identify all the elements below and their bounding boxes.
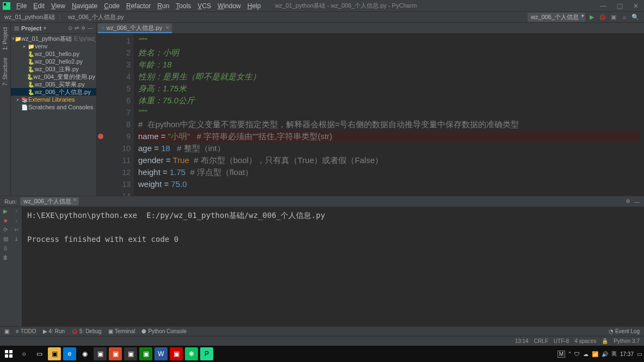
collapse-all-icon[interactable]: ⊙ [68, 25, 72, 31]
editor-area: ● wz_006_个人信息.py ✕ 123456789101112131415… [97, 23, 644, 196]
app-icon-1[interactable]: ▣ [94, 347, 107, 360]
breadcrumb-root[interactable]: wz_01_python基础 [4, 13, 55, 21]
view-mode-dropdown[interactable]: ▾ [44, 25, 46, 31]
explorer-icon[interactable]: ▣ [48, 347, 61, 360]
terminal-tab[interactable]: ▣ Terminal [108, 328, 135, 334]
stop-icon[interactable]: ■ [4, 217, 7, 223]
breadcrumb-file[interactable]: wz_006_个人信息.py [68, 13, 124, 21]
menu-window[interactable]: Window [214, 0, 244, 12]
file-encoding[interactable]: UTF-8 [554, 338, 569, 344]
tree-item[interactable]: ▾📁wz_01_python基础E:\py\wz_01_p [11, 35, 96, 42]
tray-chevron-icon[interactable]: ˄ [568, 351, 571, 357]
edge-icon[interactable]: e [63, 347, 76, 360]
stop-button[interactable]: ■ [620, 13, 629, 22]
hide-run-panel-icon[interactable]: — [634, 198, 640, 205]
menu-code[interactable]: Code [101, 0, 123, 12]
tree-item[interactable]: 🐍wz_005_买苹果.py [11, 80, 96, 88]
trash-icon[interactable]: 🗑 [3, 254, 8, 260]
editor-tab[interactable]: ● wz_006_个人信息.py ✕ [98, 23, 172, 33]
pin-icon[interactable]: ⎙ [4, 245, 7, 251]
structure-tool-tab[interactable]: 7: Structure [2, 55, 8, 88]
run-button[interactable]: ▶ [587, 13, 596, 22]
tray-network-icon[interactable]: 📶 [592, 351, 598, 357]
tray-ime-icon[interactable]: 英 [611, 350, 617, 358]
down-icon[interactable]: ↓ [15, 217, 18, 223]
scroll-end-icon[interactable]: ⤓ [14, 236, 18, 242]
tree-item[interactable]: ▸📁venv [11, 42, 96, 50]
debug-button[interactable]: 🐞 [598, 13, 607, 22]
run-with-coverage-button[interactable]: ▣ [609, 13, 618, 22]
tray-m-icon[interactable]: M [558, 351, 565, 358]
close-run-tab-icon[interactable]: ✕ [73, 197, 77, 203]
menu-vcs[interactable]: VCS [194, 0, 214, 12]
code-editor[interactable]: 123456789101112131415 """姓名：小明年龄：18性别：是男… [97, 34, 644, 196]
task-view-icon[interactable]: ▭ [33, 347, 46, 360]
close-button[interactable]: ✕ [628, 0, 644, 12]
status-icon[interactable]: ▣ [4, 328, 9, 334]
soft-wrap-icon[interactable]: ↩ [14, 227, 18, 233]
tray-notifications-icon[interactable]: ▭ [637, 351, 642, 357]
tree-item[interactable]: 🐍wz_002_hello2.py [11, 58, 96, 65]
project-tool-tab[interactable]: 1: Project [2, 25, 8, 52]
start-button[interactable] [2, 347, 15, 360]
menu-help[interactable]: Help [244, 0, 264, 12]
tree-item[interactable]: 🐍wz_003_注释.py [11, 65, 96, 73]
maximize-button[interactable]: ▢ [611, 0, 628, 12]
menu-refactor[interactable]: Refactor [123, 0, 154, 12]
tray-volume-icon[interactable]: 🔊 [602, 351, 608, 357]
app-icon-5[interactable]: ▣ [170, 347, 183, 360]
tree-item[interactable]: 🐍wz_006_个人信息.py [11, 88, 96, 96]
expand-icon[interactable]: ⇄ [75, 25, 79, 31]
folder-icon: ▤ [14, 25, 19, 31]
layout-icon[interactable]: ▤ [3, 236, 8, 242]
navigation-bar: wz_01_python基础 〉 wz_006_个人信息.py wz_006_个… [0, 12, 644, 23]
chrome-icon[interactable]: ◉ [78, 347, 91, 360]
menu-file[interactable]: File [13, 0, 30, 12]
run-config-selector[interactable]: wz_006_个人信息 [528, 13, 585, 22]
minimize-button[interactable]: — [595, 0, 611, 12]
run-panel-header: Run: wz_006_个人信息✕ ✲ — [0, 196, 644, 207]
app-icon-3[interactable]: ▣ [124, 347, 137, 360]
code-content[interactable]: """姓名：小明年龄：18性别：是男生（即不是就是女生）身高：1.75米体重：7… [134, 34, 644, 196]
restart-icon[interactable]: ⟳ [3, 227, 8, 233]
project-tree[interactable]: ▾📁wz_01_python基础E:\py\wz_01_p▸📁venv🐍wz_0… [11, 34, 96, 196]
tray-time[interactable]: 17:37 [620, 351, 634, 357]
up-icon[interactable]: ↑ [15, 208, 18, 214]
app-icon-2[interactable]: ▣ [109, 347, 122, 360]
hide-panel-icon[interactable]: — [88, 25, 93, 31]
pycharm-taskbar-icon[interactable]: P [200, 347, 213, 360]
word-icon[interactable]: W [154, 347, 168, 360]
tree-item[interactable]: ▸📚External Libraries [11, 96, 96, 103]
cortana-icon[interactable]: ○ [17, 347, 30, 360]
tray-onedrive-icon[interactable]: ☁ [583, 351, 589, 357]
tray-shield-icon[interactable]: 🛡 [574, 351, 580, 357]
settings-icon[interactable]: ✲ [81, 25, 85, 31]
wechat-icon[interactable]: ❋ [185, 347, 198, 360]
menu-navigate[interactable]: Navigate [69, 0, 101, 12]
app-icon-4[interactable]: ▣ [139, 347, 152, 360]
readonly-lock-icon[interactable]: 🔒 [602, 338, 608, 344]
close-tab-icon[interactable]: ✕ [165, 25, 170, 30]
run-panel-tab[interactable]: wz_006_个人信息✕ [20, 197, 79, 205]
menu-tools[interactable]: Tools [172, 0, 194, 12]
todo-tab[interactable]: ≡ TODO [16, 328, 36, 334]
event-log-tab[interactable]: ◔ Event Log [609, 328, 640, 334]
menu-run[interactable]: Run [154, 0, 172, 12]
rerun-icon[interactable]: ▶ [3, 208, 8, 214]
caret-position[interactable]: 13:14 [515, 338, 529, 344]
search-everywhere-button[interactable]: 🔍 [631, 13, 640, 22]
interpreter-indicator[interactable]: Python 3.7 [614, 338, 640, 344]
line-ending[interactable]: CRLF [534, 338, 548, 344]
tree-item[interactable]: 🐍wz_004_变量的使用.py [11, 73, 96, 80]
run-tab[interactable]: ▶ 4: Run [43, 328, 65, 334]
tree-item[interactable]: 🐍wz_001_hello.py [11, 50, 96, 58]
indent-setting[interactable]: 4 spaces [574, 338, 596, 344]
debug-tab[interactable]: 🐞 5: Debug [71, 328, 102, 334]
python-console-tab[interactable]: ⬢ Python Console [141, 328, 187, 334]
console-output[interactable]: H:\EXE\python\python.exe E:/py/wz_01_pyt… [22, 207, 644, 326]
windows-taskbar: ○ ▭ ▣ e ◉ ▣ ▣ ▣ ▣ W ▣ ❋ P M ˄ 🛡 ☁ 📶 🔊 英 … [0, 346, 644, 362]
menu-edit[interactable]: Edit [30, 0, 48, 12]
run-settings-icon[interactable]: ✲ [626, 198, 630, 205]
tree-item[interactable]: 📄Scratches and Consoles [11, 103, 96, 111]
menu-view[interactable]: View [48, 0, 69, 12]
